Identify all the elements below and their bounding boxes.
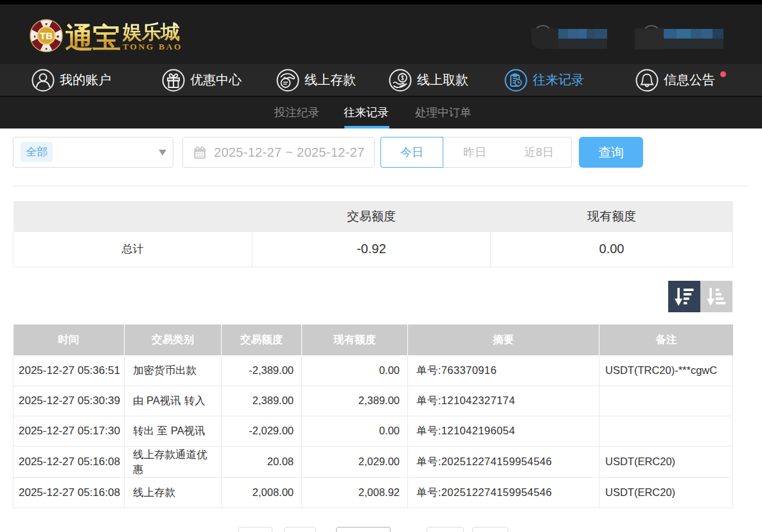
svg-text:♥: ♥	[45, 22, 48, 26]
svg-text:♦: ♦	[33, 34, 36, 39]
svg-text:♠: ♠	[45, 46, 48, 51]
svg-text:♣: ♣	[57, 34, 60, 39]
svg-text:TB: TB	[40, 30, 53, 41]
